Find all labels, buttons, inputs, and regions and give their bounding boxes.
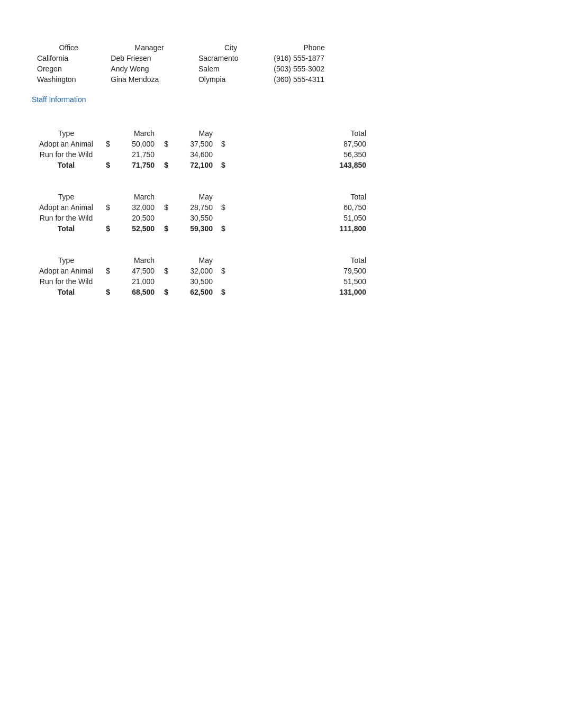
manager-name: Andy Wong [105, 63, 193, 74]
total-total: 143,850 [323, 160, 370, 170]
total-dollar1: $ [101, 160, 111, 170]
row-type: Run for the Wild [32, 149, 101, 160]
row-dollar2: $ [159, 202, 169, 213]
phone-number: (916) 555-1877 [268, 53, 360, 63]
office-row: Washington Gina Mendoza Olympia (360) 55… [32, 74, 360, 85]
total-label: Total [32, 223, 101, 234]
type-header: Type [32, 192, 101, 202]
row-dollar3 [217, 276, 323, 287]
type-header: Type [32, 255, 101, 266]
row-dollar1 [101, 276, 111, 287]
dollar1-header [101, 192, 111, 202]
manager-name: Gina Mendoza [105, 74, 193, 85]
office-name: Oregon [32, 63, 105, 74]
dollar3-header [217, 255, 323, 266]
row-dollar3 [217, 213, 323, 223]
phone-col-header: Phone [268, 42, 360, 53]
total-header: Total [323, 128, 370, 139]
row-dollar1: $ [101, 266, 111, 276]
fundraise-data-row: Run for the Wild 21,750 34,600 56,350 [32, 149, 370, 160]
row-dollar2 [159, 213, 169, 223]
fundraise-header-row: Type March May Total [32, 255, 370, 266]
staff-information-link[interactable]: Staff Information [32, 95, 86, 104]
row-type: Adopt an Animal [32, 266, 101, 276]
city-name: Sacramento [193, 53, 268, 63]
fundraise-total-row: Total $ 52,500 $ 59,300 $ 111,800 [32, 223, 370, 234]
total-march: 68,500 [111, 287, 159, 297]
total-total: 111,800 [323, 223, 370, 234]
total-header: Total [323, 255, 370, 266]
fundraise-header-row: Type March May Total [32, 128, 370, 139]
manager-name: Deb Friesen [105, 53, 193, 63]
phone-number: (503) 555-3002 [268, 63, 360, 74]
row-march: 32,000 [111, 202, 159, 213]
row-may: 37,500 [169, 139, 217, 149]
may-header: May [169, 128, 217, 139]
city-name: Salem [193, 63, 268, 74]
row-type: Adopt an Animal [32, 139, 101, 149]
row-dollar1: $ [101, 202, 111, 213]
row-may: 30,500 [169, 276, 217, 287]
row-type: Run for the Wild [32, 276, 101, 287]
row-total: 87,500 [323, 139, 370, 149]
fundraise-header-row: Type March May Total [32, 192, 370, 202]
row-march: 50,000 [111, 139, 159, 149]
office-header-row: Office Manager City Phone [32, 42, 360, 53]
total-dollar2: $ [159, 223, 169, 234]
row-dollar3: $ [217, 202, 323, 213]
fundraise-total-row: Total $ 68,500 $ 62,500 $ 131,000 [32, 287, 370, 297]
total-dollar1: $ [101, 223, 111, 234]
fundraise-table-1: Type March May Total Adopt an Animal $ 3… [32, 192, 370, 234]
row-dollar3: $ [217, 139, 323, 149]
row-total: 51,050 [323, 213, 370, 223]
total-may: 62,500 [169, 287, 217, 297]
fundraise-data-row: Run for the Wild 21,000 30,500 51,500 [32, 276, 370, 287]
row-type: Adopt an Animal [32, 202, 101, 213]
section-washington: Type March May Total Adopt an Animal $ 4… [32, 255, 370, 297]
total-march: 71,750 [111, 160, 159, 170]
city-name: Olympia [193, 74, 268, 85]
row-dollar2 [159, 149, 169, 160]
total-dollar3: $ [217, 160, 323, 170]
row-may: 30,550 [169, 213, 217, 223]
manager-col-header: Manager [105, 42, 193, 53]
row-march: 21,750 [111, 149, 159, 160]
row-dollar3 [217, 149, 323, 160]
row-march: 47,500 [111, 266, 159, 276]
row-dollar1: $ [101, 139, 111, 149]
row-total: 79,500 [323, 266, 370, 276]
dollar3-header [217, 128, 323, 139]
fundraise-data-row: Run for the Wild 20,500 30,550 51,050 [32, 213, 370, 223]
row-dollar3: $ [217, 266, 323, 276]
march-header: March [111, 192, 159, 202]
row-total: 56,350 [323, 149, 370, 160]
row-dollar1 [101, 213, 111, 223]
may-header: May [169, 192, 217, 202]
march-header: March [111, 255, 159, 266]
total-dollar1: $ [101, 287, 111, 297]
total-label: Total [32, 160, 101, 170]
fundraise-data-row: Adopt an Animal $ 32,000 $ 28,750 $ 60,7… [32, 202, 370, 213]
total-dollar3: $ [217, 223, 323, 234]
type-header: Type [32, 128, 101, 139]
office-col-header: Office [32, 42, 105, 53]
office-name: Washington [32, 74, 105, 85]
total-dollar2: $ [159, 287, 169, 297]
row-may: 28,750 [169, 202, 217, 213]
total-header: Total [323, 192, 370, 202]
fundraise-data-row: Adopt an Animal $ 47,500 $ 32,000 $ 79,5… [32, 266, 370, 276]
row-may: 32,000 [169, 266, 217, 276]
phone-number: (360) 555-4311 [268, 74, 360, 85]
sections-container: Type March May Total Adopt an Animal $ 5… [32, 128, 530, 297]
row-dollar2: $ [159, 266, 169, 276]
row-dollar1 [101, 149, 111, 160]
section-oregon: Type March May Total Adopt an Animal $ 3… [32, 192, 370, 234]
dollar2-header [159, 128, 169, 139]
row-march: 20,500 [111, 213, 159, 223]
total-dollar3: $ [217, 287, 323, 297]
march-header: March [111, 128, 159, 139]
city-col-header: City [193, 42, 268, 53]
section-california: Type March May Total Adopt an Animal $ 5… [32, 128, 370, 170]
row-dollar2: $ [159, 139, 169, 149]
office-row: Oregon Andy Wong Salem (503) 555-3002 [32, 63, 360, 74]
